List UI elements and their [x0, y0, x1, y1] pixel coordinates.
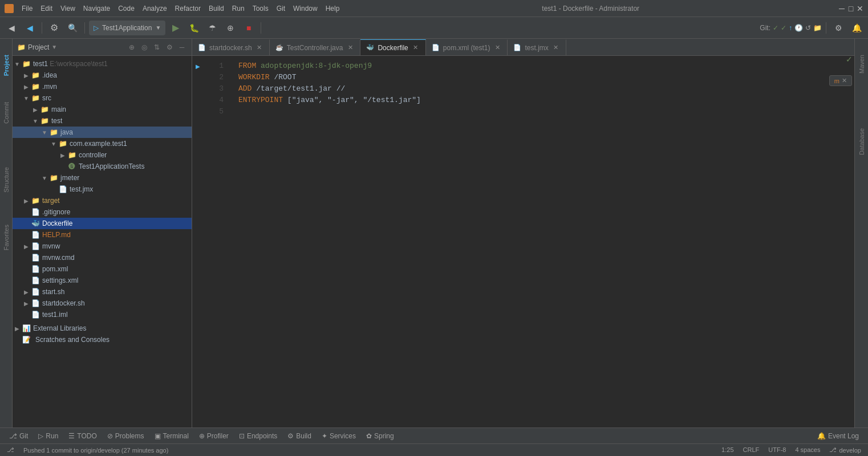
tree-item-external-libs[interactable]: ▶ 📊 External Libraries: [13, 323, 192, 334]
forward-button[interactable]: ◀: [22, 20, 38, 36]
status-position[interactable]: 1:25: [719, 446, 736, 453]
status-indent[interactable]: 4 spaces: [793, 446, 822, 453]
bottom-endpoints-button[interactable]: ⊡ Endpoints: [234, 430, 282, 442]
menu-view[interactable]: View: [57, 3, 79, 14]
bottom-profiler-button[interactable]: ⊕ Profiler: [194, 430, 233, 442]
tab-dockerfile[interactable]: 🐳 Dockerfile ✕: [360, 39, 425, 55]
run-config-selector[interactable]: ▷ Test1Application ▼: [89, 21, 165, 35]
tree-item-mvnw[interactable]: ▶ 📄 mvnw: [13, 241, 192, 252]
event-log-button[interactable]: 🔔 Event Log: [813, 430, 863, 442]
tree-item-startdockersh[interactable]: ▶ 📄 startdocker.sh: [13, 298, 192, 309]
tree-item-helpmd[interactable]: ▶ 📄 HELP.md: [13, 229, 192, 241]
git-push-icon[interactable]: ↑: [789, 24, 792, 32]
menu-git[interactable]: Git: [273, 3, 289, 14]
menu-file[interactable]: File: [18, 3, 36, 14]
maximize-button[interactable]: □: [847, 5, 854, 12]
sidebar-label-commit[interactable]: Commit: [2, 97, 11, 128]
menu-help[interactable]: Help: [322, 3, 343, 14]
menu-code[interactable]: Code: [115, 3, 138, 14]
tree-item-startsh[interactable]: ▶ 📄 start.sh: [13, 286, 192, 298]
tree-item-jmeter[interactable]: ▼ 📁 jmeter: [13, 172, 192, 184]
bottom-build-button[interactable]: ⚙ Build: [283, 430, 316, 442]
tree-item-target[interactable]: ▶ 📁 target: [13, 195, 192, 206]
menu-navigate[interactable]: Navigate: [80, 3, 113, 14]
git-rollback[interactable]: ↺: [805, 24, 811, 32]
tab-startdocker-close[interactable]: ✕: [255, 44, 263, 52]
sidebar-label-structure[interactable]: Structure: [2, 162, 11, 197]
tree-item-test1iml[interactable]: ▶ 📄 test1.iml: [13, 309, 192, 320]
bottom-git-button[interactable]: ⎇ Git: [5, 430, 33, 442]
menu-edit[interactable]: Edit: [37, 3, 56, 14]
tree-item-testjmx[interactable]: ▶ 📄 test.jmx: [13, 184, 192, 195]
bottom-problems-button[interactable]: ⊘ Problems: [103, 430, 149, 442]
minimize-button[interactable]: ─: [838, 5, 845, 12]
menu-build[interactable]: Build: [205, 3, 228, 14]
tree-item-root[interactable]: ▼ 📁 test1 E:\workspace\test1: [13, 58, 192, 70]
panel-settings-button[interactable]: ⚙: [164, 42, 175, 52]
back-button[interactable]: ◀: [3, 20, 19, 36]
panel-close-button[interactable]: ─: [177, 42, 187, 52]
tree-item-pomxml[interactable]: ▶ 📄 pom.xml: [13, 263, 192, 275]
tree-item-settingsxml[interactable]: ▶ 📄 settings.xml: [13, 275, 192, 286]
menu-window[interactable]: Window: [290, 3, 321, 14]
stop-button[interactable]: ■: [241, 20, 257, 36]
git-check-1[interactable]: ✓: [773, 24, 778, 32]
settings-button[interactable]: ⚙: [830, 20, 846, 36]
sidebar-label-project[interactable]: Project: [2, 50, 11, 80]
tree-item-package[interactable]: ▼ 📁 com.example.test1: [13, 138, 192, 149]
tab-pomxml-close[interactable]: ✕: [493, 44, 501, 52]
bottom-todo-button[interactable]: ☰ TODO: [64, 430, 101, 442]
bottom-terminal-button[interactable]: ▣ Terminal: [150, 430, 193, 442]
tree-item-src[interactable]: ▼ 📁 src: [13, 92, 192, 104]
tree-item-scratches[interactable]: 📝 Scratches and Consoles: [13, 334, 192, 345]
sidebar-label-database[interactable]: Database: [857, 124, 866, 160]
tree-item-java[interactable]: ▼ 📁 java: [13, 127, 192, 138]
tab-testcontroller[interactable]: ☕ TestController.java ✕: [270, 39, 361, 55]
bottom-services-button[interactable]: ✦ Services: [317, 430, 360, 442]
tree-item-mvn[interactable]: ▶ 📁 .mvn: [13, 81, 192, 92]
bottom-spring-button[interactable]: ✿ Spring: [362, 430, 399, 442]
maven-badge-close[interactable]: ✕: [842, 77, 847, 84]
profile-button[interactable]: ⊕: [222, 20, 238, 36]
panel-add-button[interactable]: ⊕: [127, 42, 137, 52]
status-line-endings[interactable]: CRLF: [741, 446, 762, 453]
tree-item-test[interactable]: ▼ 📁 test: [13, 115, 192, 127]
tab-dockerfile-close[interactable]: ✕: [412, 44, 420, 52]
panel-locate-button[interactable]: ◎: [139, 42, 149, 52]
status-branch[interactable]: ⎇ develop: [827, 446, 863, 454]
tab-pomxml[interactable]: 📄 pom.xml (test1) ✕: [426, 39, 508, 55]
tab-testjmx-close[interactable]: ✕: [552, 44, 560, 52]
tree-item-idea[interactable]: ▶ 📁 .idea: [13, 70, 192, 81]
status-git-icon[interactable]: ⎇: [5, 444, 17, 456]
sidebar-label-maven[interactable]: Maven: [857, 50, 866, 78]
menu-run[interactable]: Run: [229, 3, 248, 14]
panel-title-dropdown[interactable]: ▼: [51, 44, 57, 50]
panel-sort-button[interactable]: ⇅: [152, 42, 162, 52]
sidebar-label-favorites[interactable]: Favorites: [2, 220, 11, 255]
menu-analyze[interactable]: Analyze: [139, 3, 171, 14]
tab-testcontroller-close[interactable]: ✕: [346, 44, 354, 52]
git-check-2[interactable]: ✓: [781, 24, 786, 32]
code-editor[interactable]: FROM adoptopenjdk:8-jdk-openj9 WORKDIR /…: [229, 56, 854, 427]
bottom-run-button[interactable]: ▷ Run: [34, 430, 63, 442]
menu-bar[interactable]: File Edit View Navigate Code Analyze Ref…: [18, 3, 343, 14]
run-button[interactable]: ▶: [168, 20, 184, 36]
tree-item-controller[interactable]: ▶ 📁 controller: [13, 149, 192, 161]
notifications-button[interactable]: 🔔: [849, 20, 865, 36]
status-charset[interactable]: UTF-8: [766, 446, 788, 453]
window-controls[interactable]: ─ □ ✕: [838, 5, 863, 12]
tab-startdocker[interactable]: 📄 startdocker.sh ✕: [192, 39, 270, 55]
tree-item-dockerfile[interactable]: ▶ 🐳 Dockerfile: [13, 218, 192, 229]
close-button[interactable]: ✕: [857, 5, 863, 12]
tree-item-gitignore[interactable]: ▶ 📄 .gitignore: [13, 206, 192, 218]
status-message[interactable]: Pushed 1 commit to origin/develop (27 mi…: [21, 444, 171, 456]
tab-testjmx[interactable]: 📄 test.jmx ✕: [508, 39, 566, 55]
menu-refactor[interactable]: Refactor: [172, 3, 204, 14]
git-history[interactable]: 🕐: [794, 24, 803, 32]
tree-item-main[interactable]: ▶ 📁 main: [13, 104, 192, 115]
menu-tools[interactable]: Tools: [249, 3, 272, 14]
debug-button[interactable]: 🐛: [186, 20, 202, 36]
git-files[interactable]: 📁: [813, 24, 822, 32]
tree-item-apptests[interactable]: ▶ 🅖 Test1ApplicationTests: [13, 161, 192, 172]
coverage-button[interactable]: ☂: [204, 20, 220, 36]
